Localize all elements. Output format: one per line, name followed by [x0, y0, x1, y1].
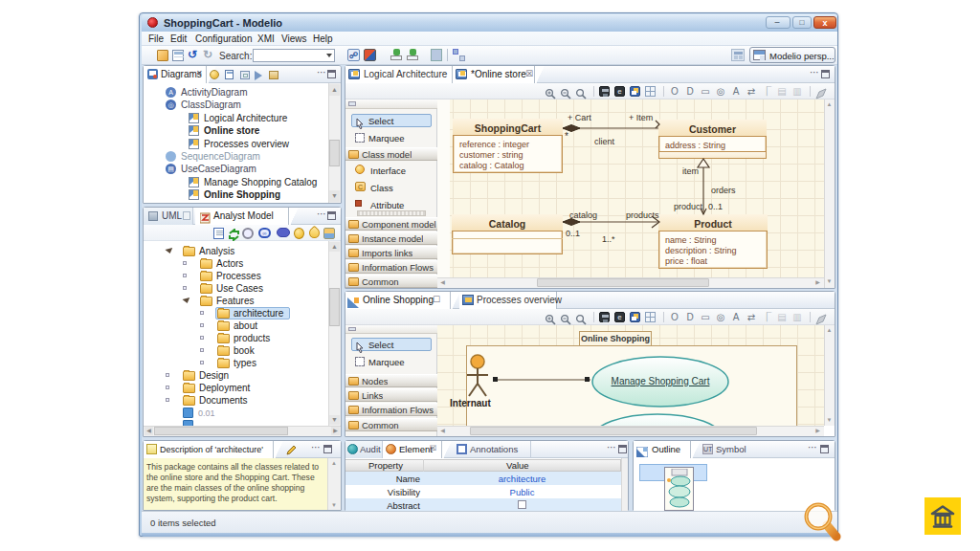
svg-text:Manage Shopping Cart: Manage Shopping Cart	[612, 376, 710, 386]
